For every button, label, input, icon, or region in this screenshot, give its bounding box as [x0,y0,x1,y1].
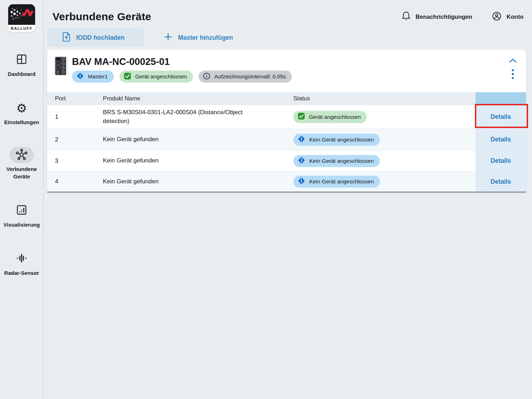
balluff-logo: BALLUFF [8,4,35,32]
details-cell: Details [476,105,526,129]
master-card: BAV MA-NC-00025-01 Master1 [47,50,526,193]
sidebar-item-verbundene-geraete[interactable]: Verbundene Geräte [1,147,43,181]
details-cell: Details [476,172,526,192]
info-diamond-icon [298,177,305,186]
bell-icon [401,11,411,22]
sidebar-item-label: Einstellungen [4,118,39,126]
check-square-icon [124,72,131,81]
info-diamond-icon [298,156,305,166]
ports-table-header: Port Produkt Name Status [47,92,526,105]
status-cell: Kein Gerät angeschlossen [293,134,476,146]
add-master-button[interactable]: Master hinzufügen [164,33,233,43]
master-card-header: BAV MA-NC-00025-01 Master1 [47,50,526,92]
column-header-status: Status [293,95,476,102]
sidebar-item-label: Verbundene Geräte [1,165,43,181]
sidebar-item-einstellungen[interactable]: ⚙ Einstellungen [1,100,43,126]
sidebar-item-visualisierung[interactable]: Visualisierung [1,203,43,229]
plus-icon [164,33,172,43]
sidebar-item-label: Dashboard [8,70,35,78]
ports-table: Port Produkt Name Status 1 BRS S-M30S04-… [47,92,526,193]
status-cell: Gerät angeschlossen [293,111,476,123]
status-badge: Kein Gerät angeschlossen [293,176,380,188]
table-row: 1 BRS S-M30S04-0301-LA2-000S04 (Distance… [47,105,526,129]
port-cell: 1 [47,113,103,121]
product-cell: Kein Gerät gefunden [103,135,293,144]
table-row: 2 Kein Gerät gefunden Kein Gerä [47,129,526,150]
page-title: Verbundene Geräte [52,11,151,23]
status-badge: Kein Gerät angeschlossen [293,155,380,167]
column-header-product: Produkt Name [103,95,293,102]
notifications-button[interactable]: Benachrichtigungen [401,11,472,22]
notifications-label: Benachrichtigungen [416,13,472,20]
product-cell: BRS S-M30S04-0301-LA2-000S04 (Distance/O… [103,108,293,126]
radar-sensor-icon [16,253,28,265]
toolbar: IODD hochladen Master hinzufügen [44,25,532,48]
master-title: BAV MA-NC-00025-01 [72,56,292,67]
visualization-icon [16,204,27,217]
details-cell: Details [476,150,526,171]
account-label: Konto [506,13,523,20]
connected-devices-icon [16,149,27,161]
info-circle-icon [203,72,210,81]
port-cell: 4 [47,178,103,185]
port-cell: 2 [47,136,103,143]
upload-file-icon [62,32,71,44]
sidebar-item-radar-sensor[interactable]: Radar-Sensor [1,251,43,277]
device-image [54,56,68,76]
master-name-badge: Master1 [72,71,114,83]
status-badge: Kein Gerät angeschlossen [293,134,380,146]
info-diamond-icon [298,135,305,144]
details-cell: Details [476,129,526,150]
card-menu-button[interactable] [511,69,514,79]
sidebar: BALLUFF Dashboard ⚙ Einstellungen [0,0,44,399]
recording-interval-badge: Aufzeichnungsintervall: 0.05s [199,71,292,83]
details-link[interactable]: Details [491,178,511,185]
product-cell: Kein Gerät gefunden [103,177,293,186]
details-link[interactable]: Details [491,113,511,121]
settings-gear-icon: ⚙ [16,102,27,114]
upload-iodd-button[interactable]: IODD hochladen [47,28,144,47]
chevron-up-icon [509,59,517,64]
sidebar-item-dashboard[interactable]: Dashboard [1,52,43,78]
table-row: 4 Kein Gerät gefunden Kein Gerä [47,171,526,193]
port-cell: 3 [47,157,103,165]
kebab-menu-icon [511,75,514,81]
column-header-port: Port [47,95,103,102]
svg-text:BALLUFF: BALLUFF [11,26,32,31]
main-content: Verbundene Geräte Benachrichtigungen [44,0,532,399]
master-connection-badge: Gerät angeschlossen [120,71,193,83]
account-button[interactable]: Konto [492,11,523,22]
table-row: 3 Kein Gerät gefunden Kein Gerä [47,150,526,171]
product-cell: Kein Gerät gefunden [103,156,293,165]
ports-table-body: 1 BRS S-M30S04-0301-LA2-000S04 (Distance… [47,105,526,193]
sidebar-item-label: Radar-Sensor [4,269,39,277]
status-cell: Kein Gerät angeschlossen [293,176,476,188]
collapse-card-button[interactable] [509,58,517,63]
info-diamond-icon [76,72,84,81]
check-square-icon [298,112,305,121]
account-icon [492,11,501,22]
details-link[interactable]: Details [491,157,511,165]
page-header: Verbundene Geräte Benachrichtigungen [44,0,532,25]
status-cell: Kein Gerät angeschlossen [293,155,476,167]
column-header-details [476,92,526,105]
sidebar-item-label: Visualisierung [4,221,40,229]
details-link[interactable]: Details [491,136,511,143]
status-badge: Gerät angeschlossen [293,111,367,123]
dashboard-icon [16,54,27,66]
